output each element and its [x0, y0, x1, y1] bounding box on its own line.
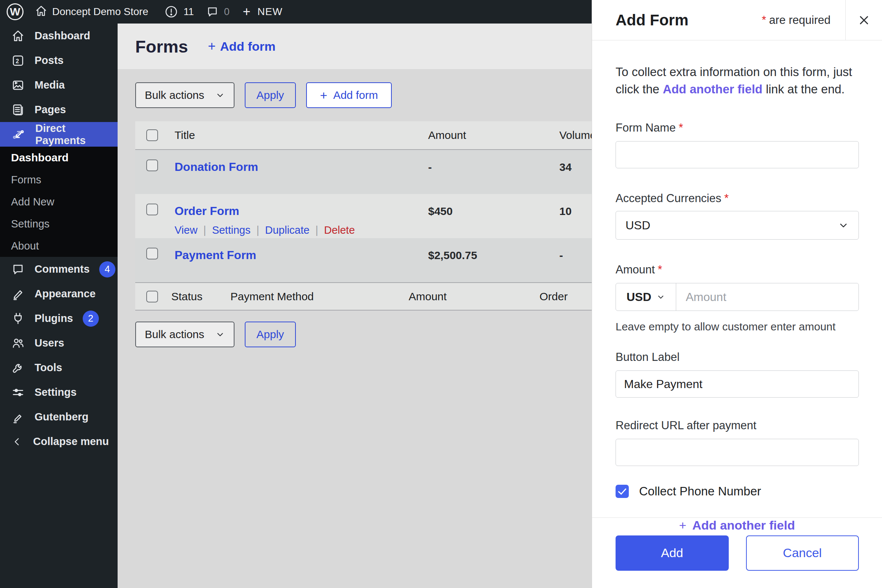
sidebar-item-label: Media	[34, 79, 64, 91]
sidebar-item-label: Settings	[34, 386, 76, 398]
sidebar-item-posts[interactable]: 2 Posts	[0, 48, 118, 73]
new-button[interactable]: + NEW	[243, 5, 283, 18]
collect-phone-label: Collect Phone Number	[639, 484, 761, 498]
redirect-url-label: Redirect URL after payment	[616, 419, 858, 432]
sidebar-item-media[interactable]: Media	[0, 73, 118, 98]
add-form-button[interactable]: + Add form	[306, 82, 392, 108]
separator: |	[203, 224, 206, 236]
wordpress-logo-icon[interactable]: W	[7, 3, 24, 20]
sidebar-item-label: Users	[34, 337, 64, 349]
settings-link[interactable]: Settings	[212, 224, 250, 236]
submenu-item-about[interactable]: About	[0, 235, 118, 257]
sidebar-item-appearance[interactable]: Appearance	[0, 282, 118, 306]
form-title-link[interactable]: Order Form	[175, 204, 239, 218]
add-button[interactable]: Add	[616, 536, 729, 571]
form-title-link[interactable]: Payment Form	[175, 248, 256, 262]
panel-intro: To collect extra information on this for…	[616, 63, 858, 98]
form-name-label: Form Name*	[616, 121, 858, 135]
row-volume: -	[560, 249, 563, 262]
sidebar-item-collapse-menu[interactable]: Collapse menu	[0, 429, 118, 454]
redirect-url-input[interactable]	[616, 439, 859, 466]
column-header-volume[interactable]: Volume	[560, 129, 596, 141]
plus-icon: +	[208, 39, 216, 54]
sidebar-item-settings[interactable]: Settings	[0, 380, 118, 405]
view-link[interactable]: View	[175, 224, 197, 236]
bulk-actions-select-bottom[interactable]: Bulk actions	[135, 322, 234, 347]
collect-phone-row[interactable]: Collect Phone Number	[616, 484, 858, 498]
plus-icon: +	[320, 88, 327, 102]
cancel-button[interactable]: Cancel	[746, 536, 859, 571]
delete-link[interactable]: Delete	[324, 224, 355, 236]
amount-input[interactable]	[676, 284, 858, 310]
select-all-checkbox[interactable]	[146, 291, 158, 303]
row-checkbox[interactable]	[146, 159, 158, 171]
sidebar-item-dashboard[interactable]: Dashboard	[0, 24, 118, 48]
home-icon[interactable]	[34, 4, 48, 19]
column-header-title[interactable]: Title	[175, 129, 195, 141]
row-volume: 10	[560, 205, 572, 218]
sidebar-item-tools[interactable]: Tools	[0, 356, 118, 380]
amount-currency-select[interactable]: USD	[616, 284, 676, 310]
accepted-currencies-select[interactable]: USD	[616, 211, 859, 240]
direct-payments-submenu: Dashboard Forms Add New Settings About	[0, 147, 118, 257]
sidebar-item-direct-payments[interactable]: Direct Payments	[0, 122, 118, 147]
accepted-currencies-label: Accepted Currencies*	[616, 192, 858, 205]
submenu-item-dashboard[interactable]: Dashboard	[0, 147, 118, 169]
close-button[interactable]	[845, 0, 882, 40]
submenu-item-settings[interactable]: Settings	[0, 213, 118, 235]
sidebar-item-pages[interactable]: Pages	[0, 98, 118, 122]
required-asterisk: *	[724, 192, 729, 205]
sidebar-item-users[interactable]: Users	[0, 331, 118, 356]
sidebar-item-gutenberg[interactable]: Gutenberg	[0, 405, 118, 429]
close-icon	[857, 13, 871, 27]
label-text: Accepted Currencies	[616, 192, 722, 205]
bulk-actions-label: Bulk actions	[145, 328, 204, 340]
button-label-input[interactable]	[616, 370, 859, 398]
bulk-actions-label: Bulk actions	[145, 89, 204, 101]
label-text: Redirect URL after payment	[616, 419, 756, 432]
amount-field-group: USD	[616, 283, 859, 311]
footer-header-payment-method: Payment Method	[230, 290, 314, 303]
sidebar-item-label: Dashboard	[34, 30, 90, 42]
sidebar-item-label: Appearance	[34, 288, 96, 300]
form-name-input[interactable]	[616, 141, 859, 168]
apply-button-bottom[interactable]: Apply	[245, 322, 296, 347]
plugins-count-badge: 2	[82, 310, 99, 327]
submenu-item-forms[interactable]: Forms	[0, 169, 118, 191]
form-title-link[interactable]: Donation Form	[175, 160, 258, 174]
row-checkbox[interactable]	[146, 248, 158, 260]
sidebar-item-label: Collapse menu	[33, 435, 109, 448]
row-volume: 34	[560, 161, 572, 174]
add-form-link[interactable]: + Add form	[208, 39, 276, 54]
sidebar-item-comments[interactable]: Comments 4	[0, 257, 118, 282]
chevron-down-icon	[838, 220, 849, 231]
intro-add-another-field-link[interactable]: Add another field	[663, 82, 762, 96]
bulk-actions-select[interactable]: Bulk actions	[135, 82, 234, 108]
updates-count: 11	[183, 6, 194, 18]
new-label: NEW	[258, 6, 283, 18]
separator: |	[315, 224, 318, 236]
chevron-down-icon	[215, 90, 225, 100]
amount-label: Amount*	[616, 263, 858, 276]
sidebar: Dashboard 2 Posts Media Pages	[0, 24, 118, 588]
select-all-checkbox[interactable]	[146, 129, 158, 141]
required-asterisk: *	[762, 14, 766, 27]
footer-header-amount: Amount	[409, 290, 447, 303]
collect-phone-checkbox[interactable]	[616, 485, 629, 498]
duplicate-link[interactable]: Duplicate	[265, 224, 309, 236]
sidebar-item-label: Direct Payments	[35, 122, 118, 147]
comments-indicator[interactable]: 0	[206, 5, 230, 18]
sidebar-item-plugins[interactable]: Plugins 2	[0, 306, 118, 331]
button-label-label: Button Label	[616, 351, 858, 364]
updates-indicator[interactable]: 11	[164, 5, 194, 19]
panel-body: To collect extra information on this for…	[592, 63, 882, 532]
column-header-amount[interactable]: Amount	[428, 129, 466, 141]
submenu-item-add-new[interactable]: Add New	[0, 191, 118, 213]
apply-button[interactable]: Apply	[245, 82, 296, 108]
row-checkbox[interactable]	[146, 204, 158, 215]
panel-header: Add Form *are required	[592, 0, 882, 40]
sidebar-item-label: Comments	[34, 263, 90, 275]
site-name[interactable]: Doncept Demo Store	[52, 6, 148, 18]
svg-text:2: 2	[16, 58, 19, 64]
amount-currency: USD	[627, 290, 652, 304]
